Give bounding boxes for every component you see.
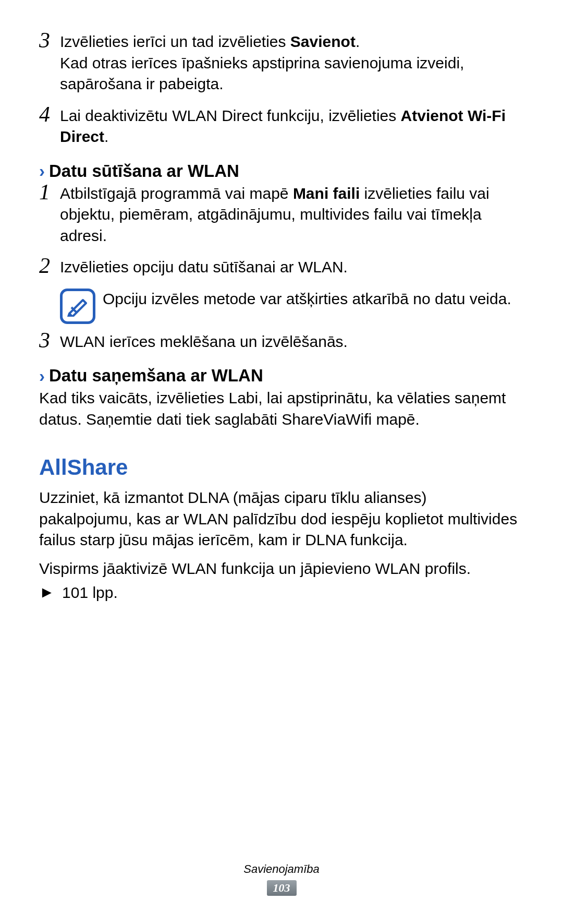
numbered-step: 1Atbilstīgajā programmā vai mapē Mani fa… — [39, 183, 524, 247]
numbered-step: 2Izvēlieties opciju datu sūtīšanai ar WL… — [39, 257, 524, 278]
numbered-step: 4Lai deaktivizētu WLAN Direct funkciju, … — [39, 105, 524, 148]
numbered-step: 3Izvēlieties ierīci un tad izvēlieties S… — [39, 31, 524, 95]
section-title-text: Datu saņemšana ar WLAN — [49, 366, 263, 386]
section2-paragraph: Kad tiks vaicāts, izvēlieties Labi, lai … — [39, 388, 524, 430]
step-number: 3 — [39, 29, 60, 51]
step-body: Atbilstīgajā programmā vai mapē Mani fai… — [60, 183, 524, 247]
section-title-send: › Datu sūtīšana ar WLAN — [39, 161, 524, 181]
heading-allshare: AllShare — [39, 455, 524, 480]
step-number: 4 — [39, 103, 60, 125]
allshare-para-2: Vispirms jāaktivizē WLAN funkcija un jāp… — [39, 558, 524, 580]
note-icon — [60, 289, 95, 324]
step-extra: Kad otras ierīces īpašnieks apstiprina s… — [60, 53, 524, 95]
page-number: 103 — [267, 880, 297, 896]
note-text: Opciju izvēles metode var atšķirties atk… — [103, 289, 524, 310]
cross-reference: ► 101 lpp. — [39, 582, 524, 604]
cross-ref-text: 101 lpp. — [62, 584, 118, 601]
step-body: Izvēlieties ierīci un tad izvēlieties Sa… — [60, 31, 524, 95]
chevron-icon: › — [39, 367, 45, 385]
step-number: 1 — [39, 181, 60, 203]
step-number: 3 — [39, 329, 60, 351]
numbered-step: 3WLAN ierīces meklēšana un izvēlēšanās. — [39, 331, 524, 353]
page-footer: Savienojamība 103 — [0, 862, 563, 896]
triangle-icon: ► — [39, 582, 55, 603]
allshare-para-1: Uzziniet, kā izmantot DLNA (mājas ciparu… — [39, 487, 524, 551]
section-receive-wlan: › Datu saņemšana ar WLAN — [39, 366, 524, 386]
chevron-icon: › — [39, 162, 45, 179]
info-note: Opciju izvēles metode var atšķirties atk… — [60, 289, 524, 324]
step-body: Izvēlieties opciju datu sūtīšanai ar WLA… — [60, 257, 524, 278]
section-title-text: Datu sūtīšana ar WLAN — [49, 161, 239, 181]
section-title-receive: › Datu saņemšana ar WLAN — [39, 366, 524, 386]
step-body: Lai deaktivizētu WLAN Direct funkciju, i… — [60, 105, 524, 148]
step-number: 2 — [39, 255, 60, 277]
step-body: WLAN ierīces meklēšana un izvēlēšanās. — [60, 331, 524, 353]
page: 3Izvēlieties ierīci un tad izvēlieties S… — [0, 0, 563, 924]
footer-category: Savienojamība — [0, 862, 563, 876]
section-send-wlan: › Datu sūtīšana ar WLAN — [39, 161, 524, 181]
